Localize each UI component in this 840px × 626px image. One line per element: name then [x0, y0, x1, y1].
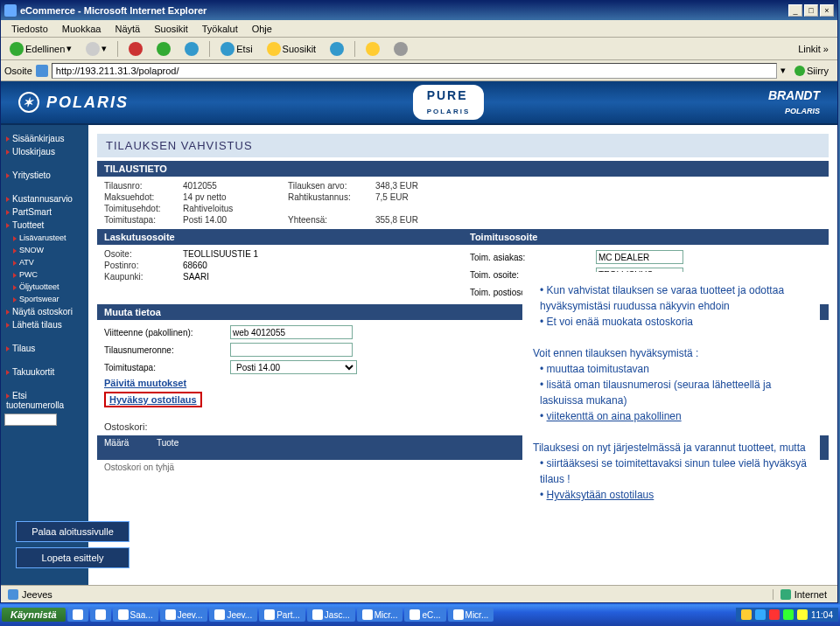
- sidebar-item-logout[interactable]: Uloskirjaus: [4, 145, 85, 158]
- task-item[interactable]: eC...: [404, 608, 445, 622]
- forward-button[interactable]: ▾: [80, 40, 112, 58]
- tilaustieto-body: Tilausnro:4012055Tilauksen arvo:348,3 EU…: [97, 177, 829, 229]
- task-item[interactable]: Jeev...: [160, 608, 208, 622]
- dropdown-icon: ▾: [66, 43, 72, 54]
- page-title: TILAUKSEN VAHVISTUS: [97, 134, 829, 157]
- forward-icon: [86, 42, 100, 56]
- refresh-button[interactable]: [151, 40, 176, 58]
- address-input[interactable]: [52, 63, 777, 79]
- address-dropdown-icon[interactable]: ▾: [780, 65, 786, 76]
- sidebar-item-etsi[interactable]: Etsi tuotenumerolla: [4, 389, 85, 412]
- clock: 11:04: [811, 610, 833, 620]
- tray-icon: [797, 609, 808, 620]
- toimitustapa-select[interactable]: Posti 14.00: [230, 360, 357, 374]
- app-icon: [264, 609, 275, 620]
- menu-muokkaa[interactable]: Muokkaa: [55, 22, 108, 36]
- favorites-label: Suosikit: [283, 44, 317, 54]
- menu-ohje[interactable]: Ohje: [245, 22, 279, 36]
- sidebar-item-oljy[interactable]: Öljytuotteet: [4, 281, 85, 293]
- back-icon: [10, 42, 24, 56]
- star-icon: [267, 42, 281, 56]
- menubar: Tiedosto Muokkaa Näytä Suosikit Työkalut…: [1, 20, 837, 38]
- menu-nayta[interactable]: Näytä: [108, 22, 147, 36]
- go-icon: [794, 66, 805, 76]
- sidebar-item-yritys[interactable]: Yritystieto: [4, 169, 85, 182]
- mail-button[interactable]: [360, 40, 385, 58]
- menu-tyokalut[interactable]: Työkalut: [195, 22, 245, 36]
- sidebar-item-pwc[interactable]: PWC: [4, 268, 85, 281]
- tilaustieto-header: TILAUSTIETO: [97, 161, 829, 177]
- print-button[interactable]: [388, 40, 413, 58]
- links-button[interactable]: Linkit »: [793, 42, 834, 56]
- search-icon: [220, 42, 234, 56]
- start-button[interactable]: Käynnistä: [2, 608, 66, 622]
- quicklaunch[interactable]: [90, 608, 111, 622]
- toolbar: Edellinen ▾ ▾ Etsi Suosikit Linkit »: [1, 38, 837, 60]
- pure-logo: PURE POLARIS: [413, 85, 485, 120]
- brand-header: ✶ POLARIS PURE POLARIS BRANDT POLARIS: [1, 81, 837, 125]
- history-button[interactable]: [325, 40, 349, 58]
- home-button[interactable]: [179, 40, 204, 58]
- app-icon: [73, 609, 83, 620]
- system-tray[interactable]: 11:04: [736, 608, 838, 622]
- task-item[interactable]: Jeev...: [209, 608, 257, 622]
- tray-icon: [769, 609, 780, 620]
- task-item[interactable]: Micr...: [448, 608, 494, 622]
- sidebar-item-partsmart[interactable]: PartSmart: [4, 205, 85, 219]
- sidebar: Sisäänkirjaus Uloskirjaus Yritystieto Ku…: [1, 125, 88, 585]
- search-label: Etsi: [236, 44, 252, 54]
- task-item[interactable]: Jasc...: [307, 608, 355, 622]
- sidebar-item-login[interactable]: Sisäänkirjaus: [4, 132, 85, 145]
- status-text: Jeeves: [22, 589, 52, 600]
- maximize-button[interactable]: □: [804, 4, 818, 17]
- sidebar-item-lisavarusteet[interactable]: Lisävarusteet: [4, 232, 85, 244]
- tray-icon: [783, 609, 794, 620]
- search-button[interactable]: Etsi: [215, 40, 257, 58]
- zone-text: Internet: [794, 589, 827, 600]
- lopeta-button[interactable]: Lopeta esittely: [16, 547, 130, 568]
- task-item[interactable]: Part...: [259, 608, 305, 622]
- sidebar-item-sportswear[interactable]: Sportswear: [4, 293, 85, 305]
- app-icon: [118, 609, 129, 620]
- app-icon: [95, 609, 106, 620]
- zone-icon: [780, 589, 791, 600]
- app-icon: [312, 609, 323, 620]
- ie-icon: [4, 4, 17, 17]
- toim-asiakas-input[interactable]: [596, 250, 683, 264]
- toim-header: Toimitusosoite: [463, 229, 829, 245]
- app-icon: [453, 609, 464, 620]
- page-icon: [36, 65, 48, 77]
- close-button[interactable]: ×: [820, 4, 834, 17]
- menu-suosikit[interactable]: Suosikit: [147, 22, 195, 36]
- stop-button[interactable]: [123, 40, 148, 58]
- home-icon: [185, 42, 199, 56]
- sidebar-item-tilaus[interactable]: Tilaus: [4, 342, 85, 355]
- back-label: Edellinen: [25, 44, 65, 54]
- palaa-button[interactable]: Palaa aloitussivulle: [16, 521, 130, 542]
- sidebar-item-laheta[interactable]: Lähetä tilaus: [4, 318, 85, 331]
- print-icon: [394, 42, 408, 56]
- sidebar-item-tuotteet[interactable]: Tuotteet: [4, 219, 85, 232]
- sidebar-item-kustannus[interactable]: Kustannusarvio: [4, 192, 85, 205]
- go-button[interactable]: Siirry: [789, 64, 834, 78]
- sidebar-item-atv[interactable]: ATV: [4, 256, 85, 268]
- sidebar-item-snow[interactable]: SNOW: [4, 244, 85, 256]
- mail-icon: [366, 42, 380, 56]
- favorites-button[interactable]: Suosikit: [262, 40, 322, 58]
- quicklaunch[interactable]: [67, 608, 88, 622]
- viite-input[interactable]: [230, 325, 353, 339]
- minimize-button[interactable]: _: [788, 4, 802, 17]
- app-icon: [214, 609, 225, 620]
- sidebar-search-input[interactable]: [4, 414, 57, 426]
- back-button[interactable]: Edellinen ▾: [4, 40, 77, 58]
- task-item[interactable]: Saa...: [113, 608, 158, 622]
- window-title: eCommerce - Microsoft Internet Explorer: [20, 5, 788, 16]
- sidebar-item-takuu[interactable]: Takuukortit: [4, 365, 85, 379]
- polaris-logo: ✶ POLARIS: [18, 92, 129, 113]
- menu-tiedosto[interactable]: Tiedosto: [4, 22, 55, 36]
- task-item[interactable]: Micr...: [357, 608, 403, 622]
- tray-icon: [755, 609, 766, 620]
- hyvaksy-link[interactable]: Hyväksy ostotilaus: [109, 394, 197, 405]
- tilausnro-input[interactable]: [230, 343, 353, 357]
- sidebar-item-ostoskori[interactable]: Näytä ostoskori: [4, 305, 85, 318]
